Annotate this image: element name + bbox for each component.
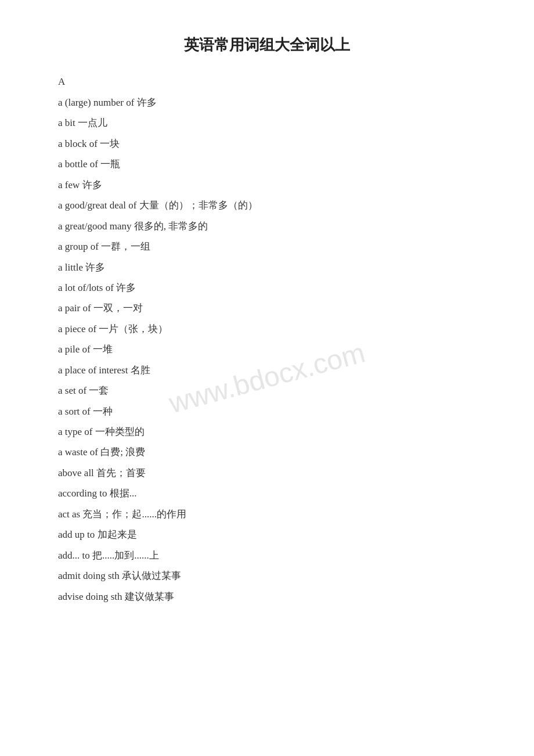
entry: a bottle of 一瓶 xyxy=(58,155,476,173)
entry: a (large) number of 许多 xyxy=(58,93,476,111)
entry: a type of 一种类型的 xyxy=(58,423,476,441)
entry: according to 根据... xyxy=(58,484,476,502)
entry: a block of 一块 xyxy=(58,135,476,153)
entry: act as 充当；作；起......的作用 xyxy=(58,505,476,523)
entry: a place of interest 名胜 xyxy=(58,361,476,379)
entry: a group of 一群，一组 xyxy=(58,237,476,255)
entry: a lot of/lots of 许多 xyxy=(58,279,476,297)
entry: advise doing sth 建议做某事 xyxy=(58,588,476,606)
entry: a set of 一套 xyxy=(58,381,476,399)
content-area: Aa (large) number of 许多a bit 一点儿a block … xyxy=(58,76,476,606)
entry: a few 许多 xyxy=(58,176,476,194)
entry: a good/great deal of 大量（的）；非常多（的） xyxy=(58,196,476,214)
entry: a little 许多 xyxy=(58,258,476,276)
entry: a great/good many 很多的, 非常多的 xyxy=(58,217,476,235)
entry: a pile of 一堆 xyxy=(58,340,476,358)
entry: a bit 一点儿 xyxy=(58,114,476,132)
entry: a sort of 一种 xyxy=(58,402,476,420)
entry: a piece of 一片（张，块） xyxy=(58,320,476,338)
entry: add up to 加起来是 xyxy=(58,525,476,543)
page-title: 英语常用词组大全词以上 xyxy=(58,35,476,55)
entry: above all 首先；首要 xyxy=(58,464,476,482)
entry: a pair of 一双，一对 xyxy=(58,299,476,317)
section-letter: A xyxy=(58,76,476,88)
entry: a waste of 白费; 浪费 xyxy=(58,443,476,461)
entry: admit doing sth 承认做过某事 xyxy=(58,567,476,585)
entry: add... to 把.....加到......上 xyxy=(58,546,476,564)
